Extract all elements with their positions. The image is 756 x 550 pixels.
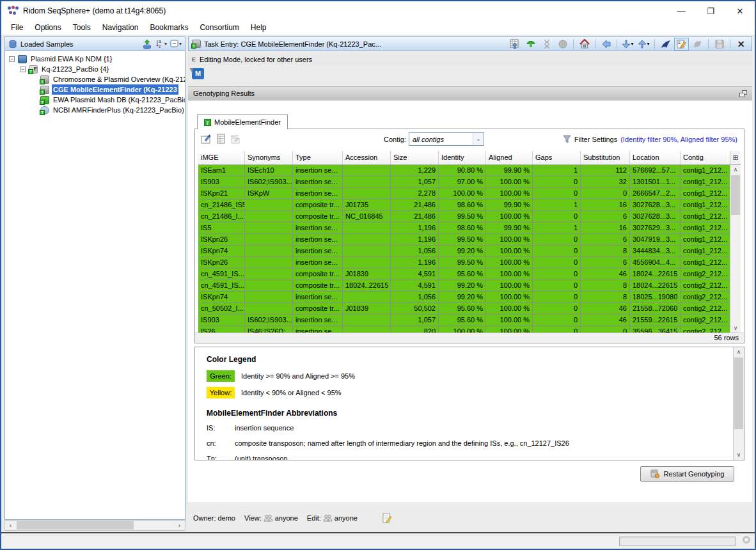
- table-cell[interactable]: 100.00 %: [486, 257, 533, 269]
- column-header-imge[interactable]: iMGE: [198, 151, 245, 164]
- edit-permissions-icon[interactable]: [382, 513, 392, 523]
- table-row[interactable]: ISKpn21ISKpWinsertion se...2,278100.00 %…: [198, 188, 730, 200]
- filter-settings-link[interactable]: Filter Settings: [574, 136, 617, 143]
- menu-options[interactable]: Options: [29, 20, 67, 34]
- column-header-location[interactable]: Location: [630, 151, 681, 164]
- table-cell[interactable]: cn_4591_IS...: [198, 280, 245, 292]
- table-cell[interactable]: 3027628...3...: [630, 211, 681, 223]
- table-cell[interactable]: 0: [533, 303, 581, 315]
- table-cell[interactable]: 99.90 %: [486, 223, 533, 234]
- table-cell[interactable]: cn_50502_I...: [198, 303, 245, 315]
- up-caret-icon[interactable]: ▾: [647, 41, 649, 47]
- table-cell[interactable]: [343, 223, 391, 234]
- column-header-synonyms[interactable]: Synonyms: [245, 151, 293, 164]
- table-cell[interactable]: 99.20 %: [439, 280, 486, 292]
- table-cell[interactable]: 0: [533, 211, 581, 223]
- table-cell[interactable]: 2,278: [391, 188, 439, 200]
- table-cell[interactable]: 1: [533, 223, 581, 234]
- table-cell[interactable]: contig1_212...: [681, 177, 730, 188]
- table-cell[interactable]: 99.20 %: [439, 292, 486, 303]
- table-cell[interactable]: 99.20 %: [439, 246, 486, 257]
- restore-panel-icon[interactable]: [739, 90, 747, 97]
- table-cell[interactable]: [245, 269, 293, 280]
- table-cell[interactable]: [245, 200, 293, 211]
- table-cell[interactable]: 100.00 %: [486, 177, 533, 188]
- table-cell[interactable]: insertion se...: [293, 292, 343, 303]
- table-cell[interactable]: 6: [581, 257, 630, 269]
- table-cell[interactable]: 21558...72060: [630, 303, 681, 315]
- table-cell[interactable]: 97.00 %: [439, 177, 486, 188]
- table-cell[interactable]: NC_016845: [343, 211, 391, 223]
- table-cell[interactable]: contig1_212...: [681, 234, 730, 246]
- table-cell[interactable]: 1,229: [391, 165, 439, 177]
- table-cell[interactable]: 1,056: [391, 246, 439, 257]
- table-cell[interactable]: 46: [581, 315, 630, 326]
- table-cell[interactable]: ISKpn21: [198, 188, 245, 200]
- column-header-identity[interactable]: Identity: [439, 151, 486, 164]
- maximize-button[interactable]: ❐: [696, 1, 725, 20]
- table-cell[interactable]: contig1_212...: [681, 211, 730, 223]
- table-cell[interactable]: 1,057: [391, 177, 439, 188]
- scroll-left-icon[interactable]: ‹: [5, 521, 16, 530]
- menu-consortium[interactable]: Consortium: [194, 20, 244, 34]
- prev-up-icon[interactable]: ▾: [636, 38, 651, 51]
- scroll-up-icon[interactable]: ∧: [730, 165, 741, 175]
- table-cell[interactable]: composite tr...: [293, 269, 343, 280]
- export-table-icon[interactable]: [507, 38, 522, 51]
- table-cell[interactable]: 100.00 %: [486, 315, 533, 326]
- editing-mode-icon[interactable]: E: [674, 38, 689, 51]
- table-cell[interactable]: [245, 292, 293, 303]
- load-samples-icon[interactable]: [142, 39, 152, 49]
- table-cell[interactable]: contig1_212...: [681, 188, 730, 200]
- table-cell[interactable]: 0: [533, 280, 581, 292]
- table-cell[interactable]: 0: [533, 257, 581, 269]
- table-cell[interactable]: 1,196: [391, 257, 439, 269]
- table-cell[interactable]: 1301501...1...: [630, 177, 681, 188]
- table-cell[interactable]: 0: [533, 292, 581, 303]
- table-cell[interactable]: 98.60 %: [439, 223, 486, 234]
- table-row[interactable]: cn_21486_I...composite tr...NC_01684521,…: [198, 211, 730, 223]
- tree-horizontal-scrollbar[interactable]: ‹ ›: [4, 520, 185, 531]
- scroll-right-icon[interactable]: ›: [174, 521, 185, 530]
- tree-item[interactable]: TChromosome & Plasmid Overview (Kq-2122: [5, 74, 185, 84]
- table-cell[interactable]: 0: [533, 177, 581, 188]
- table-cell[interactable]: insertion se...: [293, 246, 343, 257]
- table-cell[interactable]: 1,057: [391, 315, 439, 326]
- table-cell[interactable]: 3027629...3...: [630, 223, 681, 234]
- table-cell[interactable]: [343, 188, 391, 200]
- tree-expander-icon[interactable]: −: [9, 56, 15, 62]
- table-cell[interactable]: [245, 234, 293, 246]
- table-cell[interactable]: 100.00 %: [486, 292, 533, 303]
- back-icon[interactable]: [599, 38, 613, 51]
- table-cell[interactable]: J01839: [343, 303, 391, 315]
- table-cell[interactable]: 0: [581, 188, 630, 200]
- menu-bookmarks[interactable]: Bookmarks: [144, 20, 194, 34]
- table-cell[interactable]: 21559...22615: [630, 315, 681, 326]
- scroll-thumb[interactable]: [17, 521, 134, 530]
- table-cell[interactable]: [343, 292, 391, 303]
- table-cell[interactable]: cn_21486_IS5: [198, 200, 245, 211]
- column-header-gaps[interactable]: Gaps: [533, 151, 581, 164]
- down-caret-icon[interactable]: ▾: [631, 41, 633, 47]
- table-cell[interactable]: 95.60 %: [439, 303, 486, 315]
- table-cell[interactable]: 0: [533, 315, 581, 326]
- column-config-icon[interactable]: ⊞: [730, 151, 741, 165]
- tree-item[interactable]: TEWA Plasmid Mash DB (Kq-21223_PacBio): [5, 95, 185, 105]
- table-cell[interactable]: IS5: [198, 223, 245, 234]
- tree-item[interactable]: TNCBI AMRFinderPlus (Kq-21223_PacBio): [5, 105, 185, 115]
- table-cell[interactable]: 8: [581, 280, 630, 292]
- table-cell[interactable]: 18025...19080: [630, 292, 681, 303]
- table-cell[interactable]: insertion se...: [293, 315, 343, 326]
- table-cell[interactable]: 90.80 %: [439, 165, 486, 177]
- table-cell[interactable]: 3444834...3...: [630, 246, 681, 257]
- table-cell[interactable]: 1: [533, 200, 581, 211]
- table-cell[interactable]: [343, 246, 391, 257]
- table-cell[interactable]: 4556904...4...: [630, 257, 681, 269]
- scroll-down-icon[interactable]: ∨: [730, 324, 741, 333]
- table-row[interactable]: cn_4591_IS...composite tr...J018394,5919…: [198, 269, 730, 280]
- table-cell[interactable]: composite tr...: [293, 280, 343, 292]
- table-cell[interactable]: [343, 257, 391, 269]
- table-cell[interactable]: ISEam1: [198, 165, 245, 177]
- tree-expander-icon[interactable]: −: [20, 67, 26, 72]
- table-cell[interactable]: contig2_212...: [681, 280, 730, 292]
